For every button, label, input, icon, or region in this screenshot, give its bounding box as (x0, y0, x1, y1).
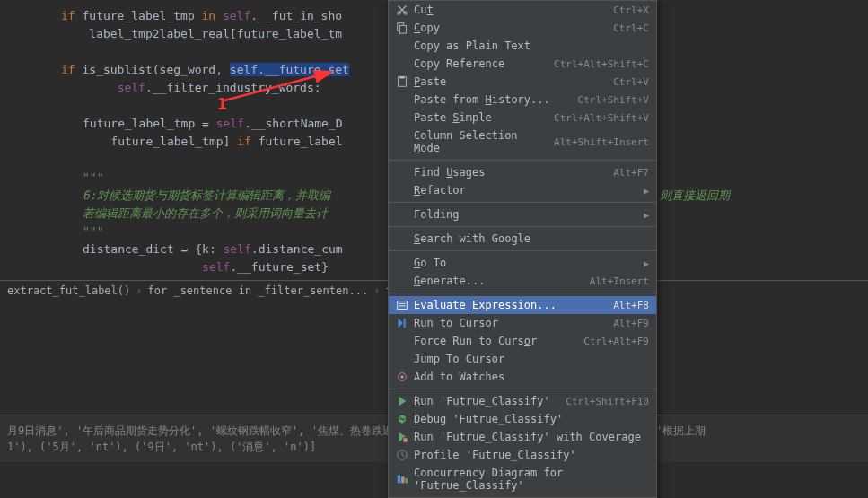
breadcrumb-item[interactable]: for _sentence in _filter_senten... (148, 284, 369, 297)
menu-item-generate[interactable]: Generate...Alt+Insert (389, 272, 656, 290)
menu-item-paste[interactable]: PasteCtrl+V (389, 73, 656, 91)
menu-separator (389, 293, 656, 293)
menu-item-label: Refactor (414, 184, 636, 197)
paste-icon (394, 75, 410, 88)
menu-item-cut[interactable]: CutCtrl+X (389, 1, 656, 19)
menu-shortcut: Alt+F8 (613, 300, 649, 311)
menu-item-run-futrue-classify[interactable]: Run 'Futrue_Classify'Ctrl+Shift+F10 (389, 392, 656, 410)
menu-item-label: Paste (414, 75, 602, 88)
menu-shortcut: Ctrl+C (613, 22, 649, 34)
menu-item-label: Debug 'Futrue_Classify' (414, 413, 649, 425)
menu-item-copy[interactable]: CopyCtrl+C (389, 19, 656, 37)
watch-icon (394, 371, 410, 383)
menu-item-force-run-to-cursor[interactable]: Force Run to CursorCtrl+Alt+F9 (389, 332, 656, 350)
copy-icon (394, 22, 410, 34)
menu-shortcut: Ctrl+Alt+F9 (583, 336, 649, 347)
svg-rect-25 (406, 478, 408, 483)
menu-item-refactor[interactable]: Refactor▶ (389, 181, 656, 199)
submenu-arrow-icon: ▶ (644, 186, 649, 196)
menu-item-label: Generate... (414, 275, 579, 287)
menu-item-label: Go To (414, 257, 636, 269)
menu-shortcut: Ctrl+Shift+V (578, 94, 649, 106)
menu-item-run-futrue-classify-with-coverage[interactable]: Run 'Futrue_Classify' with Coverage (389, 428, 656, 446)
menu-shortcut: Ctrl+X (613, 4, 649, 16)
menu-item-folding[interactable]: Folding▶ (389, 205, 656, 223)
run-icon (394, 395, 410, 407)
menu-separator (389, 202, 656, 203)
menu-item-evaluate-expression[interactable]: Evaluate Expression...Alt+F8 (389, 296, 656, 314)
menu-shortcut: Alt+Insert (590, 275, 649, 287)
menu-item-column-selection-mode[interactable]: Column Selection ModeAlt+Shift+Insert (389, 127, 656, 157)
menu-item-label: Paste from History... (414, 93, 567, 106)
menu-separator (389, 389, 656, 389)
menu-shortcut: Alt+F9 (613, 318, 649, 329)
menu-item-jump-to-cursor[interactable]: Jump To Cursor (389, 350, 656, 368)
menu-item-label: Run 'Futrue_Classify' (414, 395, 555, 407)
profile-icon (394, 449, 410, 461)
context-menu: CutCtrl+XCopyCtrl+CCopy as Plain TextCop… (388, 0, 657, 498)
svg-rect-10 (398, 301, 408, 310)
svg-line-22 (402, 455, 405, 457)
menu-separator (389, 160, 656, 161)
menu-shortcut: Ctrl+V (613, 76, 649, 88)
menu-item-label: Copy Reference (414, 57, 543, 70)
menu-item-label: Copy as Plain Text (414, 39, 649, 52)
menu-shortcut: Ctrl+Alt+Shift+C (554, 58, 649, 70)
svg-point-15 (400, 375, 404, 379)
svg-rect-23 (398, 476, 401, 484)
chevron-right-icon: › (373, 284, 380, 297)
menu-shortcut: Alt+Shift+Insert (554, 136, 649, 148)
chevron-right-icon: › (136, 284, 142, 297)
menu-item-label: Concurrency Diagram for 'Futrue_Classify… (414, 467, 649, 492)
menu-item-find-usages[interactable]: Find UsagesAlt+F7 (389, 163, 656, 181)
menu-item-label: Column Selection Mode (414, 129, 543, 154)
menu-shortcut: Ctrl+Shift+F10 (566, 396, 649, 407)
runto-icon (394, 317, 410, 329)
menu-shortcut: Ctrl+Alt+Shift+V (554, 112, 649, 124)
cut-icon (394, 4, 410, 16)
menu-separator (389, 226, 656, 227)
concurrency-icon (394, 473, 410, 485)
annotation-1: 1 (217, 94, 227, 113)
menu-shortcut: Alt+F7 (613, 167, 649, 179)
menu-item-label: Search with Google (414, 232, 649, 245)
menu-item-label: Copy (414, 22, 602, 34)
menu-item-label: Profile 'Futrue_Classify' (414, 449, 649, 461)
menu-item-copy-as-plain-text[interactable]: Copy as Plain Text (389, 37, 656, 55)
menu-item-label: Jump To Cursor (414, 353, 649, 365)
menu-item-add-to-watches[interactable]: Add to Watches (389, 368, 656, 386)
menu-item-profile-futrue-classify[interactable]: Profile 'Futrue_Classify' (389, 446, 656, 464)
svg-rect-7 (399, 25, 406, 33)
menu-item-label: Evaluate Expression... (414, 299, 602, 311)
menu-item-debug-futrue-classify[interactable]: Debug 'Futrue_Classify' (389, 410, 656, 428)
menu-item-label: Find Usages (414, 166, 602, 179)
menu-item-label: Add to Watches (414, 371, 649, 383)
menu-item-go-to[interactable]: Go To▶ (389, 254, 656, 272)
eval-icon (394, 299, 410, 311)
menu-item-paste-from-history[interactable]: Paste from History...Ctrl+Shift+V (389, 91, 656, 109)
svg-rect-19 (403, 438, 408, 442)
menu-item-paste-simple[interactable]: Paste SimpleCtrl+Alt+Shift+V (389, 109, 656, 127)
menu-item-label: Cut (414, 4, 602, 16)
menu-separator (389, 250, 656, 251)
menu-item-concurrency-diagram-for-futrue-classify[interactable]: Concurrency Diagram for 'Futrue_Classify… (389, 464, 656, 494)
menu-item-run-to-cursor[interactable]: Run to CursorAlt+F9 (389, 314, 656, 332)
menu-item-label: Paste Simple (414, 111, 543, 124)
coverage-icon (394, 431, 410, 443)
menu-item-label: Run 'Futrue_Classify' with Coverage (414, 431, 649, 443)
submenu-arrow-icon: ▶ (644, 210, 649, 220)
svg-rect-9 (399, 76, 404, 79)
svg-rect-24 (401, 476, 405, 483)
debug-icon (394, 413, 410, 425)
menu-item-label: Run to Cursor (414, 317, 602, 329)
breadcrumb-item[interactable]: extract_fut_label() (7, 284, 130, 297)
submenu-arrow-icon: ▶ (644, 258, 649, 268)
menu-item-label: Folding (414, 208, 636, 221)
menu-item-copy-reference[interactable]: Copy ReferenceCtrl+Alt+Shift+C (389, 55, 656, 73)
menu-item-search-with-google[interactable]: Search with Google (389, 230, 656, 248)
menu-item-label: Force Run to Cursor (414, 335, 573, 347)
